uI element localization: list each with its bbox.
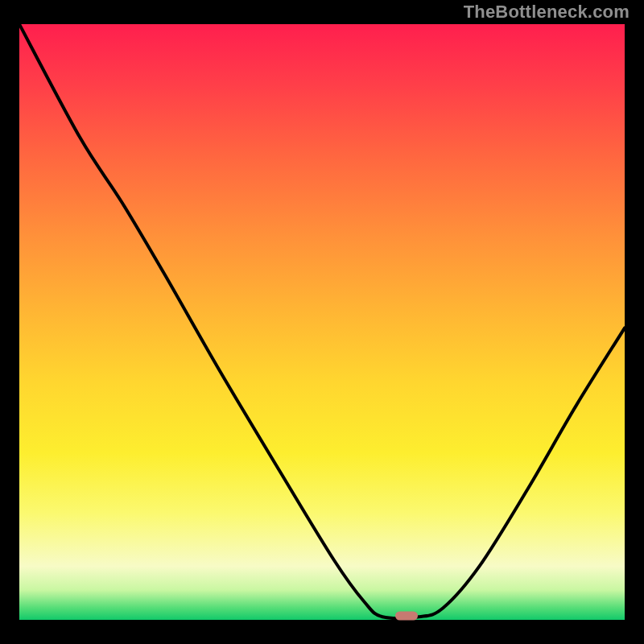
- curve-svg: [19, 24, 625, 620]
- bottleneck-curve-path: [19, 24, 625, 618]
- optimal-point-marker: [395, 611, 418, 620]
- watermark-text: TheBottleneck.com: [464, 2, 630, 23]
- plot-area: [19, 24, 625, 620]
- chart-frame: TheBottleneck.com: [0, 0, 644, 644]
